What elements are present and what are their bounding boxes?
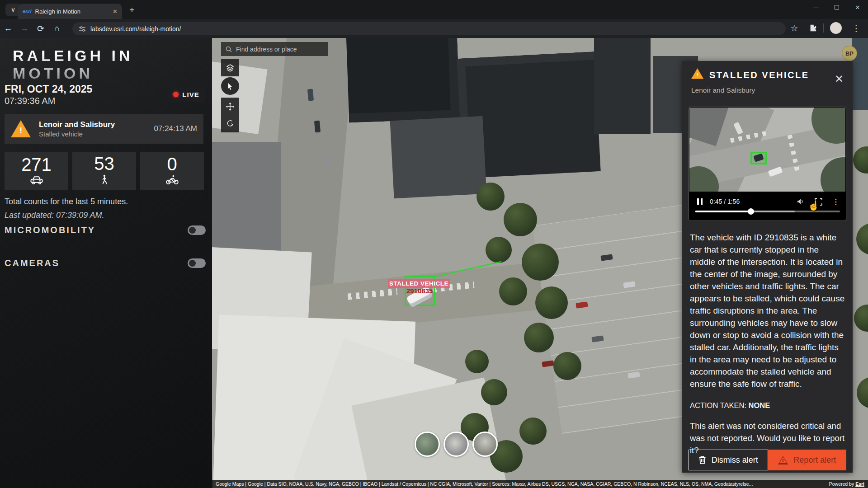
traffic-stats: 271 53	[5, 152, 204, 190]
pause-button[interactable]	[697, 198, 703, 205]
warning-triangle-icon: !	[11, 120, 31, 137]
alert-location: Lenoir and Salisbury	[39, 120, 146, 129]
back-button[interactable]: ←	[0, 23, 16, 33]
action-taken-value: NONE	[749, 401, 770, 409]
esri-favicon: esri	[23, 9, 32, 14]
current-date: FRI, OCT 24, 2025	[5, 83, 92, 95]
video-menu-icon[interactable]: ⋮	[832, 197, 840, 206]
live-indicator: LIVE	[167, 87, 205, 102]
powered-by-esri[interactable]: Powered by Esri	[829, 481, 864, 487]
panel-buttons: Dismiss alert Report alert	[689, 450, 846, 470]
stat-card-vehicles: 271	[5, 152, 68, 190]
action-taken-label: ACTION TAKEN:	[690, 401, 749, 409]
window-controls: — ✕	[806, 0, 868, 16]
alert-list-item[interactable]: ! Lenoir and Salisbury Stalled vehicle 0…	[5, 114, 203, 144]
site-settings-icon[interactable]	[79, 25, 86, 33]
new-tab-button[interactable]: +	[129, 5, 135, 15]
current-time: 07:39:36 AM	[5, 96, 55, 106]
last-updated: Last updated: 07:39:09 AM.	[5, 211, 104, 220]
report-alert-button[interactable]: Report alert	[768, 450, 847, 470]
panel-subtitle: Lenoir and Salisbury	[691, 86, 755, 94]
panel-title: STALLED VEHICLE	[709, 70, 809, 80]
action-taken: ACTION TAKEN: NONE	[690, 401, 770, 410]
dismiss-alert-button[interactable]: Dismiss alert	[689, 450, 768, 470]
browser-menu-icon[interactable]: ⋮	[848, 23, 864, 33]
user-avatar[interactable]: BP	[842, 46, 857, 61]
video-controls: 0:45 / 1:56 ⋮	[689, 196, 846, 207]
progress-thumb[interactable]	[748, 208, 754, 215]
sidebar: RALEIGH IN MOTION FRI, OCT 24, 2025 07:3…	[0, 38, 212, 488]
cyclist-count: 0	[167, 155, 177, 173]
alert-texts: Lenoir and Salisbury Stalled vehicle	[39, 120, 146, 138]
warning-triangle-icon: !	[691, 68, 703, 79]
micromobility-label: MICROMOBILITY	[5, 225, 95, 235]
app-viewport: STALLED VEHICLE 2910835 Find address or …	[0, 38, 868, 488]
micromobility-section: MICROMOBILITY	[5, 225, 206, 235]
alert-detail-panel: ! STALLED VEHICLE ✕ Lenoir and Salisbury	[682, 61, 853, 473]
stat-card-cyclists: 0	[140, 152, 204, 190]
alert-time: 07:24:13 AM	[154, 124, 197, 133]
reload-button[interactable]: ⟳	[33, 23, 49, 34]
tab-title: Raleigh in Motion	[35, 8, 109, 15]
mouse-cursor: ☝	[808, 200, 820, 211]
cyclist-icon	[165, 175, 179, 187]
browser-profile-avatar[interactable]	[830, 22, 842, 34]
report-warning-icon	[778, 456, 788, 465]
bookmark-icon[interactable]: ☆	[786, 23, 802, 33]
pedestrian-icon	[99, 174, 109, 187]
close-icon[interactable]: ✕	[835, 73, 844, 85]
close-window-button[interactable]: ✕	[847, 0, 868, 16]
trash-icon	[698, 455, 706, 465]
alert-description: The vehicle with ID 2910835 is a white c…	[690, 231, 846, 390]
maximize-button[interactable]	[826, 0, 847, 16]
browser-tab[interactable]: esri Raleigh in Motion ✕	[18, 4, 122, 19]
video-frame	[689, 108, 845, 192]
extensions-icon[interactable]	[809, 24, 817, 32]
navbar-right: ☆ ⋮	[786, 22, 864, 34]
cameras-section: CAMERAS	[5, 258, 206, 268]
navbar-divider	[823, 23, 824, 33]
micromobility-toggle[interactable]	[188, 225, 206, 235]
video-timestamp: 0:45 / 1:56	[710, 198, 740, 205]
map-attribution-bar: Google Maps | Google | Data SIO, NOAA, U…	[212, 480, 868, 488]
car-icon	[29, 175, 44, 186]
browser-chrome: ∨ esri Raleigh in Motion ✕ + — ✕ ← → ⟳ ⌂…	[0, 0, 868, 38]
pedestrian-count: 53	[94, 155, 114, 173]
tab-strip: ∨ esri Raleigh in Motion ✕ + — ✕	[0, 0, 868, 19]
alert-video-player[interactable]: 0:45 / 1:56 ⋮	[689, 107, 846, 221]
app-title: RALEIGH IN MOTION	[13, 47, 212, 82]
stat-card-pedestrians: 53	[72, 152, 136, 190]
tab-close-icon[interactable]: ✕	[113, 8, 118, 15]
live-dot-icon	[173, 92, 179, 97]
volume-icon[interactable]	[797, 198, 805, 205]
attribution-text: Google Maps | Google | Data SIO, NOAA, U…	[216, 481, 753, 487]
stalled-vehicle-map-label[interactable]: STALLED VEHICLE	[388, 279, 450, 288]
browser-navbar: ← → ⟳ ⌂ labsdev.esri.com/raleigh-motion/…	[0, 19, 868, 38]
home-button[interactable]: ⌂	[49, 23, 65, 33]
cameras-toggle[interactable]	[188, 258, 206, 268]
stats-note: Total counts for the last 5 minutes.	[5, 197, 128, 206]
cameras-label: CAMERAS	[5, 258, 60, 268]
alert-type: Stalled vehicle	[39, 130, 146, 138]
url-bar[interactable]: labsdev.esri.com/raleigh-motion/	[72, 22, 786, 35]
vehicle-count: 271	[21, 155, 52, 174]
minimize-button[interactable]: —	[806, 0, 826, 16]
forward-button[interactable]: →	[16, 23, 33, 33]
url-text: labsdev.esri.com/raleigh-motion/	[90, 25, 181, 33]
live-label: LIVE	[182, 91, 199, 99]
played-track	[695, 211, 751, 212]
